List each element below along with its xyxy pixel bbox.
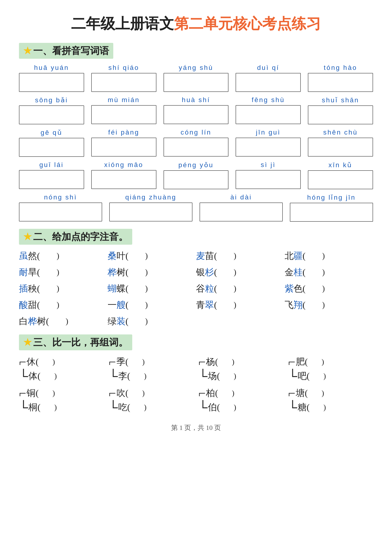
section3-header: ★三、比一比，再组词。 <box>19 334 132 350</box>
ann-item: 蝴蝶( ) <box>108 283 196 295</box>
compare-line: ⌐ 杨( ) <box>198 355 283 368</box>
pinyin-label: hóng lǐng jīn <box>307 194 356 201</box>
star-icon: ★ <box>23 337 32 348</box>
pinyin-cell: gē qǔ <box>19 129 84 157</box>
compare-line: └ 桐( ) <box>19 401 104 414</box>
compare-row-2: ⌐ 铜( ) └ 桐( ) ⌐ 吹( ) └ 吃( ) <box>19 387 373 414</box>
pinyin-row-1: huā yuán shí qiáo yáng shù duì qí tóng h… <box>19 64 373 92</box>
ann-item: 金桂( ) <box>285 266 373 278</box>
ann-item: 飞翔( ) <box>285 299 373 311</box>
write-box[interactable] <box>163 73 229 92</box>
compare-line: └ 吃( ) <box>109 401 194 414</box>
page-footer: 第 1 页，共 10 页 <box>19 423 373 432</box>
write-box[interactable] <box>308 105 373 124</box>
write-box[interactable] <box>19 202 102 222</box>
pinyin-cell: huà shí <box>163 96 229 124</box>
write-box[interactable] <box>19 73 84 92</box>
pinyin-cell: tóng hào <box>308 64 373 92</box>
pinyin-cell: fēng shù <box>236 96 301 124</box>
compare-line: └ 李( ) <box>109 370 194 382</box>
pinyin-row-2: sōng bǎi mù mián huà shí fēng shù shuǐ s… <box>19 96 373 124</box>
annotation-row-3: 插秧( ) 蝴蝶( ) 谷粒( ) 紫色( ) <box>19 283 373 295</box>
pinyin-label: péng yǒu <box>178 161 214 169</box>
ann-item: 青翠( ) <box>196 299 285 311</box>
section1-header: ★一、看拼音写词语 <box>19 43 113 59</box>
pinyin-label: tóng hào <box>324 64 357 71</box>
write-box[interactable] <box>109 202 192 222</box>
pinyin-cell: yáng shù <box>163 64 229 92</box>
pinyin-label: sì jì <box>261 161 276 169</box>
pinyin-label: duì qí <box>257 64 280 71</box>
annotation-row-1: 虽然( ) 桑叶( ) 麦苗( ) 北疆( ) <box>19 250 373 262</box>
pinyin-cell: shuǐ shān <box>308 96 373 124</box>
ann-item: 一艘( ) <box>108 299 196 311</box>
write-box[interactable] <box>19 170 84 189</box>
write-box[interactable] <box>236 105 301 124</box>
ann-item: 麦苗( ) <box>196 250 285 262</box>
write-box[interactable] <box>163 170 229 189</box>
pinyin-label: féi pàng <box>108 129 139 136</box>
pinyin-cell: shí qiáo <box>91 64 156 92</box>
pinyin-label: shēn chù <box>323 129 358 136</box>
pinyin-label: shuǐ shān <box>322 96 359 104</box>
ann-item: 绿装( ) <box>108 315 196 327</box>
section1: ★一、看拼音写词语 huā yuán shí qiáo yáng shù duì… <box>19 43 373 222</box>
compare-group: ⌐ 杨( ) └ 场( ) <box>198 355 283 382</box>
write-box[interactable] <box>236 73 301 92</box>
write-box[interactable] <box>19 105 84 124</box>
compare-line: ⌐ 柏( ) <box>198 387 283 400</box>
pinyin-label: huà shí <box>182 96 210 104</box>
pinyin-cell: xīn kǔ <box>308 161 373 189</box>
compare-line: ⌐ 吹( ) <box>109 387 194 400</box>
ann-item: 谷粒( ) <box>196 283 285 295</box>
write-box[interactable] <box>308 170 373 189</box>
write-box[interactable] <box>91 138 156 157</box>
write-box[interactable] <box>290 203 373 222</box>
compare-line: └ 体( ) <box>19 370 104 382</box>
pinyin-label: qiáng zhuàng <box>125 194 176 201</box>
compare-line: ⌐ 铜( ) <box>19 387 104 400</box>
pinyin-label: yáng shù <box>179 64 213 71</box>
compare-group: ⌐ 塘( ) └ 糖( ) <box>288 387 373 414</box>
ann-item: 桑叶( ) <box>108 250 196 262</box>
compare-row-1: ⌐ 休( ) └ 体( ) ⌐ 季( ) └ 李( ) <box>19 355 373 382</box>
pinyin-label: xīn kǔ <box>329 161 352 169</box>
compare-group: ⌐ 季( ) └ 李( ) <box>109 355 194 382</box>
compare-group: ⌐ 吹( ) └ 吃( ) <box>109 387 194 414</box>
star-icon: ★ <box>23 231 32 242</box>
write-box[interactable] <box>91 73 156 92</box>
write-box[interactable] <box>236 138 301 157</box>
pinyin-cell: féi pàng <box>91 129 156 157</box>
write-box[interactable] <box>19 138 84 157</box>
pinyin-label: cóng lín <box>181 129 211 136</box>
pinyin-cell: mù mián <box>91 96 156 124</box>
compare-line: ⌐ 塘( ) <box>288 387 373 400</box>
write-box[interactable] <box>91 105 156 124</box>
ann-item: 桦树( ) <box>108 266 196 278</box>
section3: ★三、比一比，再组词。 .compare-section { margin-bo… <box>19 334 373 414</box>
pinyin-cell: qiáng zhuàng <box>109 194 192 222</box>
write-box[interactable] <box>163 105 229 124</box>
compare-group: ⌐ 休( ) └ 体( ) <box>19 355 104 382</box>
ann-item: 银杉( ) <box>196 266 285 278</box>
write-box[interactable] <box>308 73 373 92</box>
pinyin-cell: huā yuán <box>19 64 84 92</box>
compare-line: └ 吧( ) <box>288 370 373 382</box>
write-box[interactable] <box>236 170 301 189</box>
annotation-row-4: 酸甜( ) 一艘( ) 青翠( ) 飞翔( ) <box>19 299 373 311</box>
write-box[interactable] <box>91 170 156 189</box>
pinyin-cell: jīn guì <box>236 129 301 157</box>
pinyin-cell: péng yǒu <box>163 161 229 189</box>
pinyin-label: huā yuán <box>34 64 69 71</box>
ann-item: 紫色( ) <box>285 283 373 295</box>
pinyin-cell: guī lái <box>19 161 84 189</box>
write-box[interactable] <box>163 138 229 157</box>
annotation-row-2: 耐旱( ) 桦树( ) 银杉( ) 金桂( ) <box>19 266 373 278</box>
pinyin-label: gē qǔ <box>41 129 63 136</box>
page-title: 二年级上册语文第二单元核心考点练习 <box>19 14 373 33</box>
pinyin-label: mù mián <box>108 96 140 104</box>
write-box[interactable] <box>200 202 283 222</box>
pinyin-cell: hóng lǐng jīn <box>290 194 373 222</box>
pinyin-label: fēng shù <box>252 96 285 104</box>
write-box[interactable] <box>308 138 373 157</box>
